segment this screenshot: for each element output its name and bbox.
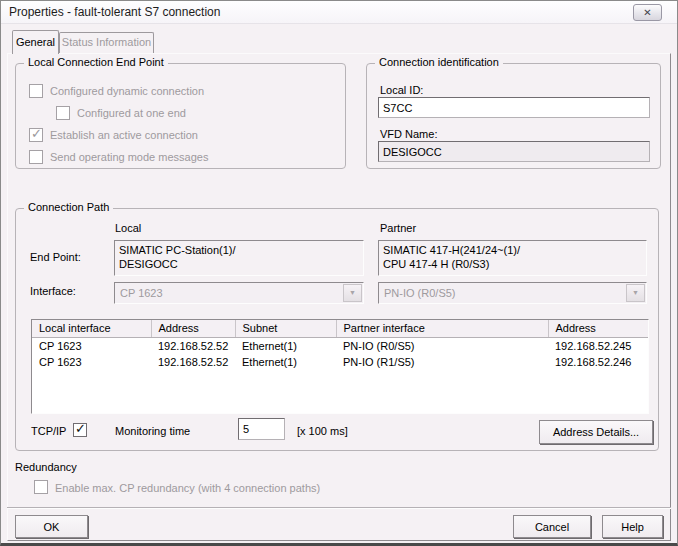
cell-local-interface: CP 1623 (32, 354, 151, 370)
partner-end-point-display: SIMATIC 417-H(241/24~(1)/ CPU 417-4 H (R… (378, 240, 647, 276)
checkbox-send-operating-mode-messages (29, 150, 43, 164)
cancel-button[interactable]: Cancel (513, 515, 591, 538)
checkbox-configured-dynamic-connection-label: Configured dynamic connection (50, 85, 204, 97)
redundancy-title: Redundancy (15, 461, 77, 473)
checkbox-configured-dynamic-connection (29, 84, 43, 98)
table-row[interactable]: CP 1623 192.168.52.52 Ethernet(1) PN-IO … (32, 354, 648, 370)
group-connection-path: Connection Path Local Partner End Point:… (15, 208, 659, 451)
group-connection-path-title: Connection Path (24, 201, 113, 213)
local-interface-value: CP 1623 (120, 287, 163, 299)
footer-separator (7, 507, 671, 509)
checkbox-configured-at-one-end-label: Configured at one end (77, 107, 186, 119)
checkbox-send-operating-mode-messages-label: Send operating mode messages (50, 151, 208, 163)
group-local-connection-end-point: Local Connection End Point Configured dy… (15, 63, 346, 169)
partner-interface-dropdown: PN-IO (R0/S5) ▼ (378, 282, 647, 304)
redundancy-checkbox (34, 480, 48, 494)
col-header-address-2[interactable]: Address (548, 320, 648, 338)
end-point-label: End Point: (30, 251, 81, 263)
title-bar: Properties - fault-tolerant S7 connectio… (1, 1, 677, 24)
col-header-subnet[interactable]: Subnet (235, 320, 336, 338)
local-id-label: Local ID: (380, 84, 423, 96)
partner-end-point-line2: CPU 417-4 H (R0/S3) (383, 257, 646, 271)
vfd-name-field (378, 141, 650, 162)
checkbox-establish-active-connection-label: Establish an active connection (50, 129, 198, 141)
close-button[interactable]: ✕ (633, 4, 662, 21)
properties-dialog: Properties - fault-tolerant S7 connectio… (0, 0, 678, 546)
cell-subnet: Ethernet(1) (235, 354, 336, 370)
partner-end-point-line1: SIMATIC 417-H(241/24~(1)/ (383, 243, 646, 257)
check-icon: ✓ (31, 126, 42, 141)
address-details-button[interactable]: Address Details... (539, 420, 653, 444)
partner-interface-value: PN-IO (R0/S5) (384, 287, 456, 299)
tab-general-label: General (16, 36, 55, 48)
local-end-point-line2: DESIGOCC (119, 257, 363, 271)
group-connection-identification-title: Connection identification (375, 56, 503, 68)
table-header-row: Local interface Address Subnet Partner i… (32, 320, 648, 338)
local-end-point-line1: SIMATIC PC-Station(1)/ (119, 243, 363, 257)
cell-subnet: Ethernet(1) (235, 338, 336, 355)
monitoring-time-unit-label: [x 100 ms] (297, 425, 348, 437)
table-row[interactable]: CP 1623 192.168.52.52 Ethernet(1) PN-IO … (32, 338, 648, 355)
group-connection-identification: Connection identification Local ID: VFD … (366, 63, 661, 169)
partner-column-label: Partner (380, 222, 416, 234)
tcpip-label: TCP/IP (31, 425, 66, 437)
tcpip-checkbox[interactable]: ✓ (73, 423, 87, 437)
interface-table: Local interface Address Subnet Partner i… (31, 319, 649, 414)
col-header-address[interactable]: Address (151, 320, 235, 338)
local-end-point-display: SIMATIC PC-Station(1)/ DESIGOCC (114, 240, 364, 276)
tab-general[interactable]: General (12, 30, 59, 54)
cell-local-interface: CP 1623 (32, 338, 151, 355)
check-icon: ✓ (75, 421, 86, 436)
monitoring-time-field[interactable] (238, 418, 285, 440)
window-title: Properties - fault-tolerant S7 connectio… (9, 1, 220, 23)
close-icon: ✕ (643, 7, 651, 18)
checkbox-establish-active-connection: ✓ (29, 128, 43, 142)
redundancy-checkbox-label: Enable max. CP redundancy (with 4 connec… (55, 482, 320, 494)
chevron-down-icon: ▼ (626, 284, 645, 302)
cell-partner-interface: PN-IO (R0/S5) (336, 338, 548, 355)
tab-status-information-label: Status Information (62, 36, 151, 48)
vfd-name-label: VFD Name: (380, 128, 437, 140)
col-header-partner-interface[interactable]: Partner interface (336, 320, 548, 338)
group-local-connection-end-point-title: Local Connection End Point (24, 56, 168, 68)
local-column-label: Local (115, 222, 141, 234)
ok-button[interactable]: OK (15, 515, 88, 538)
help-button[interactable]: Help (602, 515, 663, 538)
interface-label: Interface: (30, 285, 76, 297)
cell-partner-interface: PN-IO (R1/S5) (336, 354, 548, 370)
cell-address: 192.168.52.52 (151, 354, 235, 370)
tab-status-information[interactable]: Status Information (59, 32, 154, 53)
checkbox-configured-at-one-end (56, 106, 70, 120)
local-interface-dropdown: CP 1623 ▼ (114, 282, 364, 304)
cell-partner-address: 192.168.52.245 (548, 338, 648, 355)
chevron-down-icon: ▼ (343, 284, 362, 302)
col-header-local-interface[interactable]: Local interface (32, 320, 151, 338)
cell-partner-address: 192.168.52.246 (548, 354, 648, 370)
monitoring-time-label: Monitoring time (115, 425, 190, 437)
cell-address: 192.168.52.52 (151, 338, 235, 355)
local-id-field[interactable] (378, 97, 650, 118)
